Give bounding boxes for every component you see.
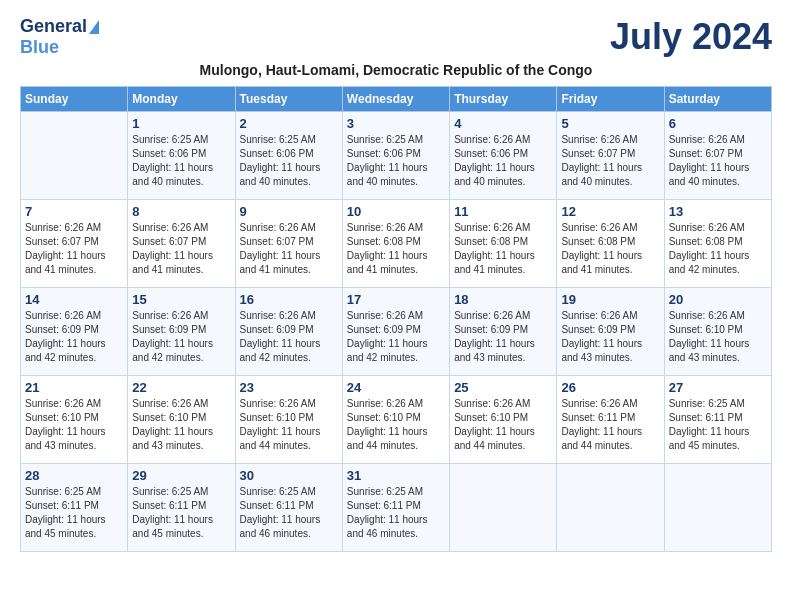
calendar-cell: 30Sunrise: 6:25 AMSunset: 6:11 PMDayligh…	[235, 464, 342, 552]
calendar-cell: 20Sunrise: 6:26 AMSunset: 6:10 PMDayligh…	[664, 288, 771, 376]
location-subtitle: Mulongo, Haut-Lomami, Democratic Republi…	[20, 62, 772, 78]
day-info: Sunrise: 6:26 AMSunset: 6:07 PMDaylight:…	[561, 133, 659, 189]
day-number: 20	[669, 292, 767, 307]
calendar-cell: 28Sunrise: 6:25 AMSunset: 6:11 PMDayligh…	[21, 464, 128, 552]
day-info: Sunrise: 6:25 AMSunset: 6:11 PMDaylight:…	[669, 397, 767, 453]
day-number: 18	[454, 292, 552, 307]
calendar-cell: 7Sunrise: 6:26 AMSunset: 6:07 PMDaylight…	[21, 200, 128, 288]
day-number: 7	[25, 204, 123, 219]
day-number: 10	[347, 204, 445, 219]
day-number: 19	[561, 292, 659, 307]
calendar-cell: 9Sunrise: 6:26 AMSunset: 6:07 PMDaylight…	[235, 200, 342, 288]
day-info: Sunrise: 6:25 AMSunset: 6:11 PMDaylight:…	[132, 485, 230, 541]
logo-triangle-icon	[89, 20, 99, 34]
logo: General Blue	[20, 16, 99, 58]
header-tuesday: Tuesday	[235, 87, 342, 112]
calendar-cell	[21, 112, 128, 200]
day-info: Sunrise: 6:26 AMSunset: 6:07 PMDaylight:…	[240, 221, 338, 277]
day-info: Sunrise: 6:26 AMSunset: 6:07 PMDaylight:…	[669, 133, 767, 189]
day-info: Sunrise: 6:25 AMSunset: 6:11 PMDaylight:…	[347, 485, 445, 541]
calendar-cell: 4Sunrise: 6:26 AMSunset: 6:06 PMDaylight…	[450, 112, 557, 200]
day-number: 24	[347, 380, 445, 395]
day-number: 30	[240, 468, 338, 483]
calendar-week-row: 21Sunrise: 6:26 AMSunset: 6:10 PMDayligh…	[21, 376, 772, 464]
calendar-week-row: 1Sunrise: 6:25 AMSunset: 6:06 PMDaylight…	[21, 112, 772, 200]
logo-general-text: General	[20, 16, 87, 37]
calendar-cell: 2Sunrise: 6:25 AMSunset: 6:06 PMDaylight…	[235, 112, 342, 200]
day-info: Sunrise: 6:26 AMSunset: 6:06 PMDaylight:…	[454, 133, 552, 189]
calendar-week-row: 7Sunrise: 6:26 AMSunset: 6:07 PMDaylight…	[21, 200, 772, 288]
calendar-cell: 1Sunrise: 6:25 AMSunset: 6:06 PMDaylight…	[128, 112, 235, 200]
month-title: July 2024	[610, 16, 772, 58]
calendar-cell	[664, 464, 771, 552]
calendar-week-row: 28Sunrise: 6:25 AMSunset: 6:11 PMDayligh…	[21, 464, 772, 552]
calendar-cell: 10Sunrise: 6:26 AMSunset: 6:08 PMDayligh…	[342, 200, 449, 288]
calendar-week-row: 14Sunrise: 6:26 AMSunset: 6:09 PMDayligh…	[21, 288, 772, 376]
day-number: 23	[240, 380, 338, 395]
day-info: Sunrise: 6:26 AMSunset: 6:08 PMDaylight:…	[454, 221, 552, 277]
day-number: 15	[132, 292, 230, 307]
calendar-cell	[450, 464, 557, 552]
day-info: Sunrise: 6:25 AMSunset: 6:06 PMDaylight:…	[132, 133, 230, 189]
day-number: 28	[25, 468, 123, 483]
calendar-cell: 22Sunrise: 6:26 AMSunset: 6:10 PMDayligh…	[128, 376, 235, 464]
calendar-cell: 31Sunrise: 6:25 AMSunset: 6:11 PMDayligh…	[342, 464, 449, 552]
calendar-cell: 26Sunrise: 6:26 AMSunset: 6:11 PMDayligh…	[557, 376, 664, 464]
calendar-cell: 5Sunrise: 6:26 AMSunset: 6:07 PMDaylight…	[557, 112, 664, 200]
day-info: Sunrise: 6:26 AMSunset: 6:09 PMDaylight:…	[561, 309, 659, 365]
day-number: 17	[347, 292, 445, 307]
day-number: 1	[132, 116, 230, 131]
day-info: Sunrise: 6:26 AMSunset: 6:10 PMDaylight:…	[25, 397, 123, 453]
day-info: Sunrise: 6:26 AMSunset: 6:07 PMDaylight:…	[132, 221, 230, 277]
day-info: Sunrise: 6:26 AMSunset: 6:09 PMDaylight:…	[240, 309, 338, 365]
calendar-cell: 3Sunrise: 6:25 AMSunset: 6:06 PMDaylight…	[342, 112, 449, 200]
header-sunday: Sunday	[21, 87, 128, 112]
day-info: Sunrise: 6:25 AMSunset: 6:06 PMDaylight:…	[240, 133, 338, 189]
day-info: Sunrise: 6:26 AMSunset: 6:10 PMDaylight:…	[347, 397, 445, 453]
day-info: Sunrise: 6:26 AMSunset: 6:11 PMDaylight:…	[561, 397, 659, 453]
day-number: 22	[132, 380, 230, 395]
day-number: 25	[454, 380, 552, 395]
day-number: 2	[240, 116, 338, 131]
day-info: Sunrise: 6:25 AMSunset: 6:11 PMDaylight:…	[25, 485, 123, 541]
day-number: 4	[454, 116, 552, 131]
header-friday: Friday	[557, 87, 664, 112]
day-info: Sunrise: 6:26 AMSunset: 6:07 PMDaylight:…	[25, 221, 123, 277]
day-info: Sunrise: 6:26 AMSunset: 6:09 PMDaylight:…	[347, 309, 445, 365]
calendar-cell: 25Sunrise: 6:26 AMSunset: 6:10 PMDayligh…	[450, 376, 557, 464]
day-info: Sunrise: 6:26 AMSunset: 6:09 PMDaylight:…	[132, 309, 230, 365]
day-number: 3	[347, 116, 445, 131]
calendar-cell: 16Sunrise: 6:26 AMSunset: 6:09 PMDayligh…	[235, 288, 342, 376]
day-number: 26	[561, 380, 659, 395]
calendar-cell: 17Sunrise: 6:26 AMSunset: 6:09 PMDayligh…	[342, 288, 449, 376]
day-number: 11	[454, 204, 552, 219]
header-wednesday: Wednesday	[342, 87, 449, 112]
calendar-cell: 13Sunrise: 6:26 AMSunset: 6:08 PMDayligh…	[664, 200, 771, 288]
calendar-cell: 29Sunrise: 6:25 AMSunset: 6:11 PMDayligh…	[128, 464, 235, 552]
page-header: General Blue July 2024	[20, 16, 772, 58]
calendar-cell: 8Sunrise: 6:26 AMSunset: 6:07 PMDaylight…	[128, 200, 235, 288]
day-number: 8	[132, 204, 230, 219]
header-monday: Monday	[128, 87, 235, 112]
calendar-cell	[557, 464, 664, 552]
calendar-header-row: SundayMondayTuesdayWednesdayThursdayFrid…	[21, 87, 772, 112]
day-info: Sunrise: 6:25 AMSunset: 6:11 PMDaylight:…	[240, 485, 338, 541]
day-number: 21	[25, 380, 123, 395]
day-info: Sunrise: 6:26 AMSunset: 6:10 PMDaylight:…	[240, 397, 338, 453]
calendar-table: SundayMondayTuesdayWednesdayThursdayFrid…	[20, 86, 772, 552]
calendar-cell: 15Sunrise: 6:26 AMSunset: 6:09 PMDayligh…	[128, 288, 235, 376]
day-number: 5	[561, 116, 659, 131]
day-info: Sunrise: 6:26 AMSunset: 6:09 PMDaylight:…	[454, 309, 552, 365]
day-number: 13	[669, 204, 767, 219]
logo-blue-text: Blue	[20, 37, 59, 58]
day-info: Sunrise: 6:26 AMSunset: 6:08 PMDaylight:…	[669, 221, 767, 277]
day-info: Sunrise: 6:26 AMSunset: 6:10 PMDaylight:…	[132, 397, 230, 453]
day-number: 29	[132, 468, 230, 483]
calendar-cell: 21Sunrise: 6:26 AMSunset: 6:10 PMDayligh…	[21, 376, 128, 464]
calendar-cell: 19Sunrise: 6:26 AMSunset: 6:09 PMDayligh…	[557, 288, 664, 376]
day-info: Sunrise: 6:26 AMSunset: 6:09 PMDaylight:…	[25, 309, 123, 365]
calendar-cell: 27Sunrise: 6:25 AMSunset: 6:11 PMDayligh…	[664, 376, 771, 464]
day-info: Sunrise: 6:25 AMSunset: 6:06 PMDaylight:…	[347, 133, 445, 189]
calendar-cell: 11Sunrise: 6:26 AMSunset: 6:08 PMDayligh…	[450, 200, 557, 288]
day-number: 9	[240, 204, 338, 219]
